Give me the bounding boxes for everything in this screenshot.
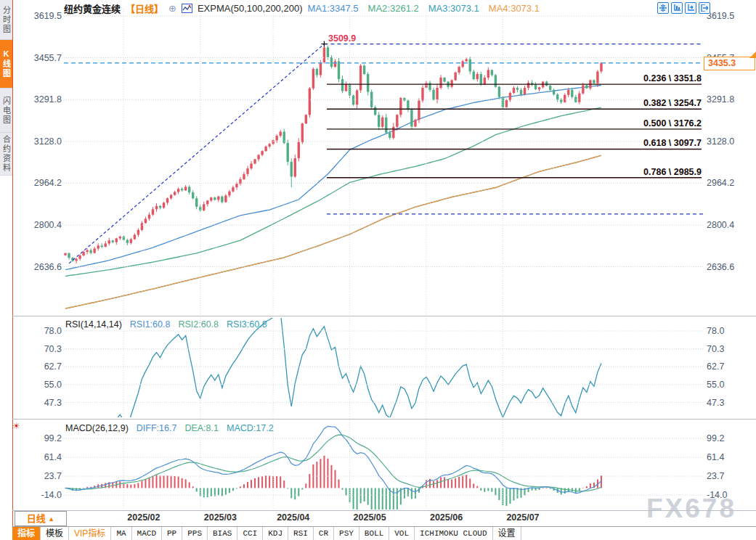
- mini-chart-icon[interactable]: [182, 4, 192, 13]
- y-axis-label: 78.0: [24, 326, 62, 336]
- fib-retracement-label: 0.500 \ 3176.2: [596, 118, 702, 128]
- rsi-panel-header: RSI(14,14,14) RSI1:60.8RSI2:60.8RSI3:60.…: [65, 319, 267, 330]
- up-arrow-icon: ▲: [48, 515, 54, 523]
- indicator-value-label: RSI3:60.8: [227, 319, 267, 330]
- y-axis-label: 62.7: [707, 361, 752, 372]
- indicator-value-label: MACD:17.2: [227, 423, 274, 433]
- sidebar-tab-kline[interactable]: K线图: [0, 40, 12, 89]
- indicator-tab-boll[interactable]: BOLL: [359, 527, 389, 540]
- restore-view-icon[interactable]: [699, 2, 710, 14]
- y-axis-label: 70.3: [24, 344, 62, 354]
- indicator-tab-指标[interactable]: 指标: [12, 527, 41, 540]
- ma-value-labels: MA1:3347.5MA2:3261.2MA3:3073.1MA4:3073.1: [307, 3, 539, 14]
- y-axis-scale-icon[interactable]: [671, 2, 683, 14]
- x-axis-label: 2025/07: [506, 512, 539, 523]
- indicator-tab-vol[interactable]: VOL: [389, 527, 415, 540]
- rsi-indicator-name[interactable]: RSI(14,14,14): [65, 319, 122, 330]
- ma-value-label: MA3:3073.1: [428, 3, 479, 14]
- indicator-tab-ichimoku-cloud[interactable]: ICHIMOKU CLOUD: [415, 527, 492, 540]
- ma-value-label: MA1:3347.5: [307, 3, 358, 14]
- panel-divider[interactable]: [12, 316, 756, 316]
- indicator-tab-模板[interactable]: 模板: [41, 527, 69, 540]
- x-axis-label: 2025/03: [204, 512, 237, 523]
- indicator-tab-设置[interactable]: 设置: [493, 527, 521, 540]
- indicator-tab-vip指标[interactable]: VIP指标: [69, 527, 111, 540]
- sidebar-tab-timeline[interactable]: 分时图: [0, 0, 12, 40]
- indicator-tab-cr[interactable]: CR: [314, 527, 334, 540]
- y-axis-label: 62.7: [24, 361, 62, 372]
- fib-retracement-label: 0.786 \ 2985.9: [596, 167, 702, 177]
- chart-type-sidebar: 分时图 K线图 闪电图 合约资料: [0, 0, 13, 540]
- instrument-title: 纽约黄金连续: [64, 1, 121, 15]
- indicator-tab-pps[interactable]: PPS: [182, 527, 208, 540]
- indicator-tab-kdj[interactable]: KDJ: [263, 527, 288, 540]
- chart-header: 纽约黄金连续 【日线】 ⊕ EXPMA(50,100,200,200) MA1:…: [64, 1, 540, 15]
- y-axis-label: 23.7: [707, 471, 752, 481]
- ma-value-label: MA4:3073.1: [489, 3, 540, 14]
- add-indicator-icon[interactable]: ⊕: [168, 4, 176, 13]
- y-axis-label: 2636.6: [707, 262, 752, 272]
- period-tag[interactable]: 【日线】: [126, 1, 163, 15]
- fib-retracement-label: 0.236 \ 3351.8: [596, 73, 702, 83]
- indicator-tab-bias[interactable]: BIAS: [208, 527, 237, 540]
- y-axis-label: -14.0: [24, 490, 62, 500]
- y-axis-label: 2800.4: [707, 220, 752, 230]
- indicator-value-label: DEA:8.1: [184, 423, 219, 433]
- y-axis-label: 70.3: [707, 344, 752, 354]
- y-axis-label: 99.2: [24, 433, 62, 443]
- y-axis-label: 61.4: [24, 452, 62, 462]
- indicator-tab-macd[interactable]: MACD: [132, 527, 162, 540]
- chart-toolbar: [657, 2, 710, 14]
- y-axis-label: 99.2: [707, 433, 752, 443]
- x-axis-label: 2025/02: [127, 512, 160, 523]
- indicator-label: EXPMA(50,100,200,200): [198, 3, 303, 14]
- period-selector[interactable]: 日线 ▲: [15, 511, 67, 526]
- y-axis-label: 2964.2: [24, 178, 62, 188]
- macd-panel-header: MACD(26,12,9) DIFF:16.7DEA:8.1MACD:17.2: [65, 423, 274, 433]
- indicator-tab-psy[interactable]: PSY: [334, 527, 359, 540]
- x-axis-label: 2025/04: [277, 512, 309, 523]
- indicator-value-label: DIFF:16.7: [137, 423, 177, 433]
- indicator-value-label: RSI2:60.8: [178, 319, 219, 330]
- y-axis-label: 61.4: [707, 452, 752, 462]
- indicator-tab-pp[interactable]: PP: [162, 527, 182, 540]
- trading-app-window: 分时图 K线图 闪电图 合约资料 纽约黄金连续 【日线】 ⊕ EXPMA(50,…: [0, 0, 756, 540]
- x-axis-scale-icon[interactable]: [685, 2, 696, 14]
- y-axis-label: 55.0: [24, 380, 62, 390]
- indicator-tab-cci[interactable]: CCI: [237, 527, 263, 540]
- y-axis-label: 3128.0: [24, 136, 62, 147]
- ma-value-label: MA2:3261.2: [368, 3, 419, 14]
- y-axis-label: 3619.5: [24, 11, 62, 21]
- y-axis-label: 55.0: [707, 380, 752, 390]
- indicator-tab-bar: 指标模板VIP指标MAMACDPPPPSBIASCCIKDJRSICRPSYBO…: [12, 526, 756, 540]
- fib-retracement-label: 0.618 \ 3097.7: [596, 138, 702, 148]
- indicator-tab-ma[interactable]: MA: [111, 527, 131, 540]
- price-badge-triangle: [749, 52, 756, 58]
- y-axis-label: 47.3: [707, 398, 752, 408]
- last-price-badge: 3435.3: [704, 57, 755, 70]
- macd-indicator-name[interactable]: MACD(26,12,9): [65, 423, 129, 433]
- sidebar-tab-contract-info[interactable]: 合约资料: [0, 133, 12, 176]
- y-axis-label: 3619.5: [707, 11, 752, 21]
- y-axis-label: 23.7: [24, 471, 62, 481]
- y-axis-label: 47.3: [24, 398, 62, 408]
- x-axis-label: 2025/06: [430, 512, 463, 523]
- rsi-value-labels: RSI1:60.8RSI2:60.8RSI3:60.8: [130, 319, 267, 330]
- panel-divider[interactable]: [12, 419, 756, 420]
- panel-divider: [12, 510, 756, 511]
- y-axis-label: 2800.4: [24, 220, 62, 230]
- y-axis-label: 2636.6: [24, 262, 62, 272]
- indicator-settings-icon[interactable]: ☀: [12, 421, 20, 431]
- x-axis-label: 2025/05: [354, 512, 386, 523]
- macd-value-labels: DIFF:16.7DEA:8.1MACD:17.2: [137, 423, 274, 433]
- fib-retracement-label: 0.382 \ 3254.7: [596, 98, 702, 108]
- indicator-tab-rsi[interactable]: RSI: [288, 527, 314, 540]
- y-axis-label: 3291.8: [707, 94, 752, 105]
- pan-icon[interactable]: [657, 2, 669, 14]
- y-axis-label: 2964.2: [707, 178, 752, 188]
- sidebar-tab-lightning[interactable]: 闪电图: [0, 89, 12, 133]
- y-axis-label: 78.0: [707, 326, 752, 336]
- peak-price-label: 3509.9: [328, 33, 356, 44]
- y-axis-label: 3291.8: [24, 94, 62, 105]
- y-axis-label: -14.0: [707, 490, 752, 500]
